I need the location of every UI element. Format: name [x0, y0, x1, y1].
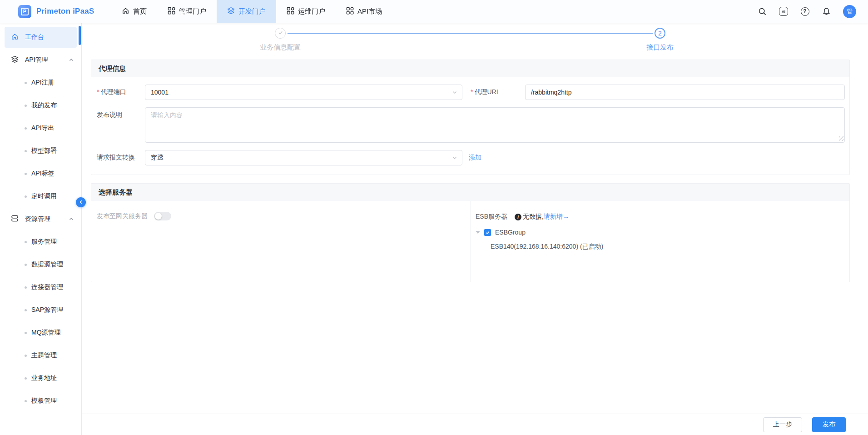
sidebar-collapse-button[interactable] — [76, 197, 86, 207]
sidebar-item-label: 工作台 — [25, 33, 44, 41]
user-avatar[interactable]: 管 — [843, 5, 856, 18]
add-new-server-link[interactable]: 请新增→ — [544, 213, 569, 221]
portal-tabs: 首页 管理门户 开发门户 运维门户 API市场 — [111, 0, 392, 23]
bullet-dot-icon — [25, 377, 27, 380]
server-select-panel: 选择服务器 发布至网关服务器 ESB服务器 i 无数据, 请新增→ — [91, 183, 850, 282]
step-1-label: 业务信息配置 — [260, 43, 301, 52]
esb-header: ESB服务器 i 无数据, 请新增→ — [476, 213, 849, 221]
tab-label: 运维门户 — [298, 7, 325, 16]
server-select-body: 发布至网关服务器 ESB服务器 i 无数据, 请新增→ — [91, 201, 849, 282]
grid-icon — [346, 7, 354, 16]
tab-dev-portal[interactable]: 开发门户 — [217, 0, 276, 23]
sidebar-group-api-management[interactable]: API管理 — [0, 49, 81, 71]
esb-server-tree: ESBGroup ESB140(192.168.16.140:6200) (已启… — [476, 229, 849, 251]
resize-handle[interactable] — [839, 136, 843, 141]
ai-assistant-icon[interactable]: AI — [779, 7, 788, 16]
sidebar-group-resource-management[interactable]: 资源管理 — [0, 208, 81, 230]
esb-group-checkbox[interactable] — [484, 229, 491, 236]
step-2-label: 接口发布 — [646, 43, 674, 52]
bullet-dot-icon — [25, 286, 27, 289]
sidebar-item-datasource-management[interactable]: 数据源管理 — [0, 253, 81, 276]
footer-bar: 上一步 发布 — [82, 414, 868, 435]
sidebar-item-connector-management[interactable]: 连接器管理 — [0, 276, 81, 299]
tab-label: 首页 — [133, 7, 147, 16]
stepper-connector-line — [288, 33, 653, 34]
sidebar-item-service-management[interactable]: 服务管理 — [0, 230, 81, 253]
no-data-text: 无数据, — [523, 213, 544, 221]
top-bar: P Primeton iPaaS 首页 管理门户 开发门户 运维门 — [0, 0, 868, 23]
check-icon — [278, 29, 283, 37]
tab-label: 开发门户 — [238, 7, 266, 16]
tree-expand-caret-icon[interactable] — [476, 231, 480, 234]
sidebar-item-topic-management[interactable]: 主题管理 — [0, 344, 81, 367]
sidebar-item-api-tags[interactable]: API标签 — [0, 162, 81, 185]
tab-home[interactable]: 首页 — [111, 0, 157, 23]
proxy-uri-label: *代理URI — [471, 88, 525, 96]
app-logo-icon: P — [18, 5, 31, 18]
sidebar-group-label: API管理 — [25, 56, 48, 64]
gateway-toggle-switch[interactable] — [154, 212, 171, 220]
sidebar-item-label: SAP源管理 — [31, 306, 63, 314]
esb-section: ESB服务器 i 无数据, 请新增→ ESBGroup ESB140(192.1… — [471, 201, 849, 282]
step-2-number: 2 — [658, 30, 662, 37]
proxy-port-select[interactable]: 10001 — [145, 85, 462, 100]
sidebar-item-label: 模型部署 — [31, 147, 57, 155]
proxy-info-panel: 代理信息 *代理端口 10001 *代理URI 发布说明 — [91, 60, 850, 175]
sidebar-item-label: 连接器管理 — [31, 283, 63, 291]
esb-server-node[interactable]: ESB140(192.168.16.140:6200) (已启动) — [491, 243, 849, 251]
sidebar-item-api-export[interactable]: API导出 — [0, 117, 81, 140]
sidebar-item-mq-source-management[interactable]: MQ源管理 — [0, 321, 81, 344]
chevron-down-icon — [451, 89, 458, 95]
sidebar-item-scheduled-call[interactable]: 定时调用 — [0, 185, 81, 208]
stepper: 2 业务信息配置 接口发布 — [91, 23, 850, 60]
sidebar-item-api-register[interactable]: API注册 — [0, 71, 81, 94]
gateway-toggle-label: 发布至网关服务器 — [97, 212, 148, 220]
sidebar-item-template-management[interactable]: 模板管理 — [0, 390, 81, 412]
bullet-dot-icon — [25, 195, 27, 198]
required-asterisk: * — [471, 88, 473, 95]
layers-icon — [227, 7, 235, 16]
bullet-dot-icon — [25, 82, 27, 84]
help-icon[interactable]: ? — [800, 7, 809, 16]
sidebar-scrollbar-thumb[interactable] — [79, 26, 81, 45]
publish-desc-textarea[interactable] — [145, 107, 845, 143]
add-transform-link[interactable]: 添加 — [469, 154, 481, 162]
publish-button[interactable]: 发布 — [812, 417, 846, 432]
proxy-uri-input[interactable] — [525, 85, 845, 100]
gateway-section: 发布至网关服务器 — [91, 201, 471, 282]
home-icon — [11, 33, 19, 42]
sidebar-item-sap-source-management[interactable]: SAP源管理 — [0, 299, 81, 321]
server-select-title: 选择服务器 — [91, 184, 849, 201]
esb-group-name: ESBGroup — [495, 229, 526, 236]
logo-letter: P — [21, 8, 29, 15]
publish-desc-row: 发布说明 — [97, 107, 845, 143]
sidebar-item-model-deploy[interactable]: 模型部署 — [0, 140, 81, 162]
proxy-info-body: *代理端口 10001 *代理URI 发布说明 — [91, 77, 849, 175]
chevron-up-icon — [69, 57, 74, 63]
proxy-info-title: 代理信息 — [91, 60, 849, 77]
bullet-dot-icon — [25, 264, 27, 266]
home-icon — [122, 7, 129, 16]
sidebar-item-label: API导出 — [31, 124, 55, 132]
notification-bell-icon[interactable] — [822, 7, 831, 16]
brand: P Primeton iPaaS — [0, 5, 111, 18]
sidebar-item-label: 数据源管理 — [31, 260, 63, 269]
sidebar-item-label: API标签 — [31, 170, 55, 178]
previous-step-button[interactable]: 上一步 — [763, 417, 802, 432]
bullet-dot-icon — [25, 400, 27, 402]
proxy-port-label: *代理端口 — [97, 88, 145, 96]
bullet-dot-icon — [25, 127, 27, 130]
brand-name: Primeton iPaaS — [36, 7, 94, 16]
sidebar-item-label: 我的发布 — [31, 101, 57, 110]
sidebar-item-my-publish[interactable]: 我的发布 — [0, 94, 81, 117]
sidebar-item-workbench[interactable]: 工作台 — [5, 27, 77, 48]
esb-group-row[interactable]: ESBGroup — [476, 229, 849, 236]
tab-api-market[interactable]: API市场 — [336, 0, 392, 23]
request-transform-select[interactable]: 穿透 — [145, 150, 462, 165]
sidebar-item-business-address[interactable]: 业务地址 — [0, 367, 81, 390]
tab-ops-portal[interactable]: 运维门户 — [276, 0, 336, 23]
publish-desc-label: 发布说明 — [97, 107, 145, 119]
search-icon[interactable] — [758, 7, 767, 16]
tab-admin-portal[interactable]: 管理门户 — [157, 0, 217, 23]
tab-label: 管理门户 — [179, 7, 206, 16]
